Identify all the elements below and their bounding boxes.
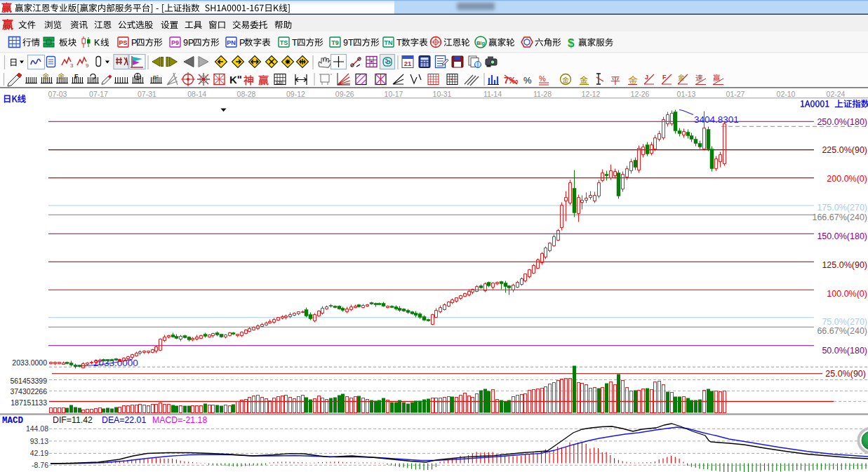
svg-text:T9: T9	[331, 39, 339, 46]
svg-text:F: F	[662, 74, 667, 81]
svg-text:DEA=22.01: DEA=22.01	[102, 415, 146, 425]
svg-text:187151133: 187151133	[11, 398, 47, 407]
svg-text:12-12: 12-12	[582, 90, 601, 98]
svg-text:K: K	[94, 38, 100, 48]
svg-text:F: F	[74, 73, 79, 80]
svg-text:374302266: 374302266	[10, 387, 47, 396]
svg-text:DIF=11.42: DIF=11.42	[53, 415, 93, 425]
svg-text:Big: Big	[476, 40, 486, 46]
svg-text:MACD: MACD	[2, 416, 24, 426]
svg-text:07-03: 07-03	[48, 90, 67, 98]
svg-text:7‰: 7‰	[504, 75, 518, 86]
svg-text:25.0%(90): 25.0%(90)	[825, 369, 866, 379]
svg-text:200.0%(0): 200.0%(0)	[827, 174, 867, 184]
svg-text:175.0%(270): 175.0%(270)	[817, 203, 867, 213]
svg-text:3404.8301: 3404.8301	[694, 114, 739, 125]
svg-text:-8.76: -8.76	[32, 461, 48, 469]
svg-text:12-26: 12-26	[631, 90, 650, 98]
svg-text:n²: n²	[153, 74, 159, 81]
svg-text:02-10: 02-10	[777, 90, 796, 98]
svg-text:%: %	[523, 75, 532, 86]
svg-text:01-27: 01-27	[726, 90, 745, 98]
svg-text:%: %	[539, 74, 546, 83]
svg-text:T: T	[292, 38, 298, 48]
svg-text:66.67%(240): 66.67%(240)	[817, 326, 867, 336]
svg-text:P: P	[239, 38, 245, 48]
svg-text:P: P	[131, 38, 137, 48]
svg-text:9: 9	[183, 38, 188, 48]
svg-text:J: J	[645, 74, 648, 81]
svg-text:50.0%(180): 50.0%(180)	[822, 346, 867, 356]
svg-text:10-31: 10-31	[433, 90, 452, 98]
svg-text:561453399: 561453399	[10, 377, 47, 385]
svg-text:100.0%(0): 100.0%(0)	[827, 289, 867, 299]
svg-text:Kʺ: Kʺ	[229, 74, 242, 86]
svg-text:150.0%(180): 150.0%(180)	[817, 231, 867, 241]
svg-text:42.19: 42.19	[30, 449, 48, 457]
svg-text:125.0%(90): 125.0%(90)	[822, 260, 867, 270]
svg-text:21: 21	[404, 60, 412, 67]
svg-text:11-28: 11-28	[533, 90, 552, 98]
svg-text:93.13: 93.13	[30, 437, 48, 445]
svg-text:166.67%(240): 166.67%(240)	[812, 213, 867, 222]
svg-text:PN: PN	[227, 39, 236, 46]
svg-text:P9: P9	[171, 39, 179, 46]
svg-text:9: 9	[343, 38, 348, 48]
svg-text:9: 9	[86, 62, 89, 69]
svg-text:TN: TN	[385, 39, 393, 46]
svg-text:250.0%(180): 250.0%(180)	[817, 117, 867, 127]
svg-text:11-14: 11-14	[483, 90, 502, 98]
svg-text:225.0%(90): 225.0%(90)	[822, 145, 867, 155]
svg-text:2033.0000: 2033.0000	[12, 358, 47, 367]
svg-text:75.0%(270): 75.0%(270)	[822, 317, 867, 327]
svg-text:02-24: 02-24	[827, 90, 846, 98]
svg-text:MACD=-21.18: MACD=-21.18	[152, 415, 207, 425]
svg-text:123: 123	[276, 81, 282, 85]
svg-text:T: T	[348, 38, 354, 48]
svg-text:TS: TS	[280, 39, 288, 46]
svg-text:P: P	[188, 38, 194, 48]
svg-text:144.08: 144.08	[26, 424, 48, 433]
svg-text:09-12: 09-12	[286, 90, 305, 98]
svg-text:08-28: 08-28	[237, 90, 256, 98]
svg-text:01-13: 01-13	[677, 90, 696, 98]
svg-text:08-14: 08-14	[187, 90, 206, 98]
svg-text:09-26: 09-26	[335, 90, 354, 98]
svg-text:3: 3	[70, 62, 74, 69]
svg-text:T: T	[396, 38, 402, 48]
svg-text:10-17: 10-17	[385, 90, 403, 98]
svg-text:$: $	[568, 36, 575, 50]
svg-text:07-31: 07-31	[138, 90, 156, 98]
svg-text:07-17: 07-17	[89, 90, 108, 98]
svg-text:PS: PS	[119, 39, 127, 46]
